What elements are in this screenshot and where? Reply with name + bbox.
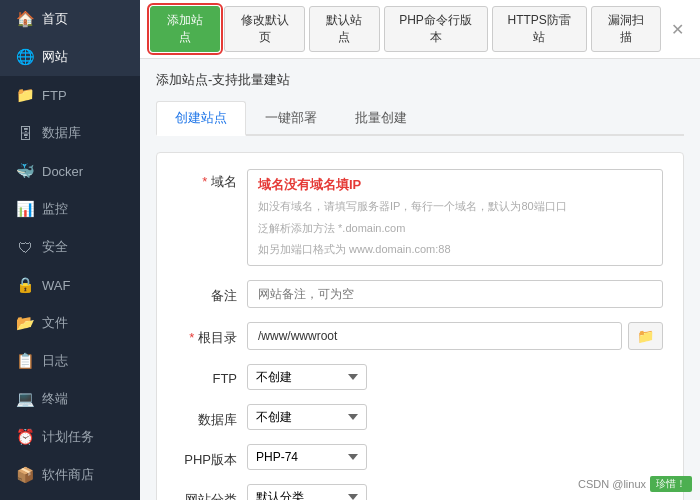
sidebar-label-terminal: 终端 (42, 390, 68, 408)
watermark-badge: 珍惜！ (650, 476, 692, 492)
rootdir-input[interactable] (247, 322, 622, 350)
cron-icon: ⏰ (16, 428, 34, 446)
sidebar-label-ftp: FTP (42, 88, 67, 103)
form-card: 域名 域名没有域名填IP 如没有域名，请填写服务器IP，每行一个域名，默认为80… (156, 152, 684, 500)
ftp-select-wrap: 不创建 创建 (247, 364, 663, 390)
domain-textarea[interactable]: 域名没有域名填IP 如没有域名，请填写服务器IP，每行一个域名，默认为80端口口… (247, 169, 663, 266)
remark-input[interactable] (247, 280, 663, 308)
ftp-control: 不创建 创建 (247, 364, 663, 390)
main-content: 添加站点修改默认页默认站点PHP命令行版本HTTPS防雷站漏洞扫描✕ 添加站点-… (140, 0, 700, 500)
ftp-select[interactable]: 不创建 创建 (247, 364, 367, 390)
domain-input-wrap: 域名没有域名填IP 如没有域名，请填写服务器IP，每行一个域名，默认为80端口口… (247, 169, 663, 266)
database-row: 数据库 不创建 创建 (177, 404, 663, 430)
database-icon: 🗄 (16, 125, 34, 142)
ftp-icon: 📁 (16, 86, 34, 104)
rootdir-label: 根目录 (177, 322, 247, 347)
top-tab-modify-default[interactable]: 修改默认页 (224, 6, 305, 52)
page-content: 添加站点-支持批量建站 创建站点一键部署批量创建 域名 域名没有域名填IP 如没… (140, 59, 700, 500)
top-tab-default-site[interactable]: 默认站点 (309, 6, 379, 52)
sidebar-label-logs: 日志 (42, 352, 68, 370)
php-select-wrap: PHP-74 PHP-80 PHP-81 PHP-82 (247, 444, 663, 470)
category-label: 网站分类 (177, 484, 247, 500)
domain-hint3: 如另加端口格式为 www.domain.com:88 (258, 241, 652, 259)
sidebar-item-files[interactable]: 📂文件 (0, 304, 140, 342)
sidebar-label-files: 文件 (42, 314, 68, 332)
docker-icon: 🐳 (16, 162, 34, 180)
security-icon: 🛡 (16, 239, 34, 256)
rootdir-control: 📁 (247, 322, 663, 350)
sidebar-item-database[interactable]: 🗄数据库 (0, 114, 140, 152)
sidebar-item-terminal[interactable]: 💻终端 (0, 380, 140, 418)
sidebar-label-monitor: 监控 (42, 200, 68, 218)
top-tab-add-site[interactable]: 添加站点 (150, 6, 220, 52)
php-label: PHP版本 (177, 444, 247, 469)
php-control: PHP-74 PHP-80 PHP-81 PHP-82 (247, 444, 663, 470)
domain-placeholder-main: 域名没有域名填IP (258, 176, 652, 194)
domain-hint2: 泛解析添加方法 *.domain.com (258, 220, 652, 238)
sidebar-item-home[interactable]: 🏠首页 (0, 0, 140, 38)
sidebar-item-security[interactable]: 🛡安全 (0, 228, 140, 266)
sidebar-label-security: 安全 (42, 238, 68, 256)
database-select[interactable]: 不创建 创建 (247, 404, 367, 430)
domain-label: 域名 (177, 169, 247, 191)
php-row: PHP版本 PHP-74 PHP-80 PHP-81 PHP-82 (177, 444, 663, 470)
website-icon: 🌐 (16, 48, 34, 66)
sidebar-item-docker[interactable]: 🐳Docker (0, 152, 140, 190)
sidebar-item-monitor[interactable]: 📊监控 (0, 190, 140, 228)
sidebar-item-ftp[interactable]: 📁FTP (0, 76, 140, 114)
remark-control (247, 280, 663, 308)
monitor-icon: 📊 (16, 200, 34, 218)
page-title: 添加站点-支持批量建站 (156, 71, 684, 89)
dir-row: 📁 (247, 322, 663, 350)
sidebar-item-cron[interactable]: ⏰计划任务 (0, 418, 140, 456)
sidebar-label-database: 数据库 (42, 124, 81, 142)
sidebar-item-appstore[interactable]: 📦软件商店 (0, 456, 140, 494)
appstore-icon: 📦 (16, 466, 34, 484)
top-tab-leak-scan[interactable]: 漏洞扫描 (591, 6, 661, 52)
domain-hint1: 如没有域名，请填写服务器IP，每行一个域名，默认为80端口口 (258, 198, 652, 216)
database-label: 数据库 (177, 404, 247, 429)
sidebar: 🏠首页🌐网站📁FTP🗄数据库🐳Docker📊监控🛡安全🔒WAF📂文件📋日志💻终端… (0, 0, 140, 500)
sidebar-label-cron: 计划任务 (42, 428, 94, 446)
remark-row: 备注 (177, 280, 663, 308)
category-select[interactable]: 默认分类 (247, 484, 367, 500)
sidebar-label-website: 网站 (42, 48, 68, 66)
sidebar-item-website[interactable]: 🌐网站 (0, 38, 140, 76)
sidebar-label-appstore: 软件商店 (42, 466, 94, 484)
remark-label: 备注 (177, 280, 247, 305)
php-select[interactable]: PHP-74 PHP-80 PHP-81 PHP-82 (247, 444, 367, 470)
top-tab-https-guard[interactable]: HTTPS防雷站 (492, 6, 587, 52)
terminal-icon: 💻 (16, 390, 34, 408)
inner-tab-create-site[interactable]: 创建站点 (156, 101, 246, 136)
sidebar-label-docker: Docker (42, 164, 83, 179)
watermark: CSDN @linux 珍惜！ (578, 476, 692, 492)
db-select-wrap: 不创建 创建 (247, 404, 663, 430)
files-icon: 📂 (16, 314, 34, 332)
sidebar-label-home: 首页 (42, 10, 68, 28)
database-control: 不创建 创建 (247, 404, 663, 430)
top-tab-php-cmdline[interactable]: PHP命令行版本 (384, 6, 488, 52)
logs-icon: 📋 (16, 352, 34, 370)
inner-tab-one-deploy[interactable]: 一键部署 (246, 101, 336, 134)
home-icon: 🏠 (16, 10, 34, 28)
sidebar-item-waf[interactable]: 🔒WAF (0, 266, 140, 304)
browse-button[interactable]: 📁 (628, 322, 663, 350)
watermark-text: CSDN @linux (578, 478, 646, 490)
sidebar-item-logs[interactable]: 📋日志 (0, 342, 140, 380)
ftp-row: FTP 不创建 创建 (177, 364, 663, 390)
top-tabs-bar: 添加站点修改默认页默认站点PHP命令行版本HTTPS防雷站漏洞扫描✕ (140, 0, 700, 59)
rootdir-row: 根目录 📁 (177, 322, 663, 350)
ftp-label: FTP (177, 364, 247, 386)
close-button[interactable]: ✕ (665, 18, 690, 41)
waf-icon: 🔒 (16, 276, 34, 294)
sidebar-label-waf: WAF (42, 278, 70, 293)
domain-row: 域名 域名没有域名填IP 如没有域名，请填写服务器IP，每行一个域名，默认为80… (177, 169, 663, 266)
sidebar-item-settings[interactable]: ⚙面板设置 (0, 494, 140, 500)
inner-tabs: 创建站点一键部署批量创建 (156, 101, 684, 136)
inner-tab-batch-create[interactable]: 批量创建 (336, 101, 426, 134)
